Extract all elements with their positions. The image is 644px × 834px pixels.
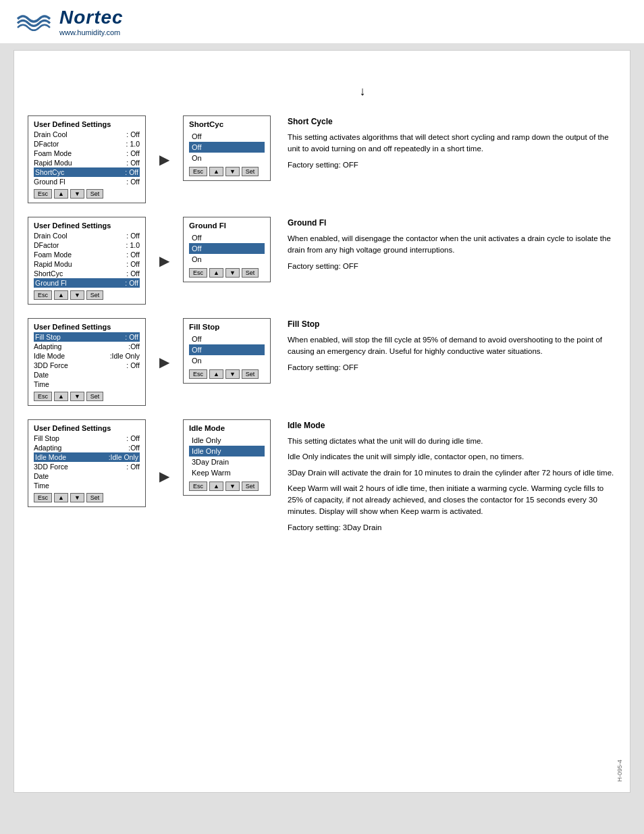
down-button[interactable]: ▼ — [225, 167, 240, 176]
description-ground-fl: Ground Fl When enabled, will disengage t… — [281, 217, 616, 272]
esc-button[interactable]: Esc — [34, 493, 52, 502]
screen-row: Drain Cool: Off — [34, 231, 140, 240]
sel-option: 3Day Drain — [189, 457, 265, 467]
esc-button[interactable]: Esc — [189, 167, 207, 176]
screen-title-3: User Defined Settings — [34, 323, 140, 331]
down-button[interactable]: ▼ — [225, 369, 240, 379]
down-button[interactable]: ▼ — [70, 493, 84, 502]
down-button[interactable]: ▼ — [70, 392, 84, 401]
esc-button[interactable]: Esc — [189, 268, 207, 278]
set-button[interactable]: Set — [242, 268, 259, 278]
screen-row: Foam Mode: Off — [34, 149, 140, 158]
logo-text: Nortec www.humidity.com — [59, 7, 124, 36]
sel-option-selected[interactable]: Off — [189, 142, 265, 153]
logo-brand-name: Nortec — [59, 7, 124, 28]
device-screen-short-cycle: User Defined Settings Drain Cool: Off DF… — [28, 115, 146, 203]
main-content: ↓ User Defined Settings Drain Cool: Off … — [14, 50, 630, 793]
selection-box-short-cycle: ShortCyc Off Off On Esc ▲ ▼ Set — [183, 115, 271, 181]
screen-buttons: Esc ▲ ▼ Set — [34, 493, 140, 502]
sel-option-selected[interactable]: Off — [189, 243, 265, 254]
set-button[interactable]: Set — [242, 481, 259, 491]
screen-row: Adapting:Off — [34, 443, 140, 452]
section-short-cycle: User Defined Settings Drain Cool: Off DF… — [28, 115, 616, 203]
set-button[interactable]: Set — [86, 290, 104, 300]
up-button[interactable]: ▲ — [209, 268, 223, 278]
desc-text: When enabled, will disengage the contact… — [288, 233, 616, 257]
up-button[interactable]: ▲ — [209, 481, 223, 491]
selection-box-ground-fl: Ground Fl Off Off On Esc ▲ ▼ Set — [183, 217, 271, 282]
esc-button[interactable]: Esc — [34, 290, 52, 300]
esc-button[interactable]: Esc — [189, 481, 207, 491]
screen-row: Time — [34, 380, 140, 389]
down-button[interactable]: ▼ — [70, 290, 84, 300]
factory-setting: Factory setting: 3Day Drain — [288, 522, 616, 533]
set-button[interactable]: Set — [86, 392, 104, 401]
desc-text: Idle Only indicates the unit will simply… — [288, 451, 616, 463]
content-area: ↓ User Defined Settings Drain Cool: Off … — [28, 64, 616, 533]
sel-title-1: ShortCyc — [189, 120, 265, 128]
sel-option: On — [189, 355, 265, 366]
screen-row: Idle Mode:Idle Only — [34, 351, 140, 361]
factory-setting: Factory setting: OFF — [288, 362, 616, 373]
up-button[interactable]: ▲ — [54, 189, 68, 199]
sel-title-2: Ground Fl — [189, 221, 265, 230]
sel-option-selected[interactable]: Idle Only — [189, 446, 265, 457]
desc-title-2: Ground Fl — [288, 217, 616, 229]
screen-row: 3DD Force: Off — [34, 361, 140, 370]
desc-title-4: Idle Mode — [288, 419, 616, 432]
screen-row: Date — [34, 370, 140, 380]
esc-button[interactable]: Esc — [189, 369, 207, 379]
screen-row: Fill Stop: Off — [34, 434, 140, 443]
down-button[interactable]: ▼ — [225, 268, 240, 278]
up-button[interactable]: ▲ — [54, 392, 68, 401]
set-button[interactable]: Set — [242, 167, 259, 176]
set-button[interactable]: Set — [86, 493, 104, 502]
set-button[interactable]: Set — [86, 189, 104, 199]
sel-buttons: Esc ▲ ▼ Set — [189, 167, 265, 176]
screen-row: Adapting:Off — [34, 342, 140, 351]
screen-title-1: User Defined Settings — [34, 120, 140, 128]
section-fill-stop: User Defined Settings Fill Stop: Off Ada… — [28, 318, 616, 406]
section-ground-fl: User Defined Settings Drain Cool: Off DF… — [28, 217, 616, 305]
screen-buttons: Esc ▲ ▼ Set — [34, 189, 140, 199]
up-button[interactable]: ▲ — [209, 369, 223, 379]
screen-row-highlighted: Ground Fl: Off — [34, 278, 140, 288]
logo-url: www.humidity.com — [59, 28, 124, 36]
device-screen-idle-mode: User Defined Settings Fill Stop: Off Ada… — [28, 419, 146, 507]
screen-row: ShortCyc: Off — [34, 269, 140, 278]
set-button[interactable]: Set — [242, 369, 259, 379]
esc-button[interactable]: Esc — [34, 392, 52, 401]
screen-row: Ground Fl: Off — [34, 177, 140, 186]
description-fill-stop: Fill Stop When enabled, will stop the fi… — [281, 318, 616, 373]
sel-option: Keep Warm — [189, 467, 265, 478]
arrow-right-4: ▶ — [159, 468, 169, 484]
up-button[interactable]: ▲ — [209, 167, 223, 176]
up-button[interactable]: ▲ — [54, 290, 68, 300]
down-button[interactable]: ▼ — [70, 189, 84, 199]
device-screen-ground-fl: User Defined Settings Drain Cool: Off DF… — [28, 217, 146, 305]
screen-row: Rapid Modu: Off — [34, 259, 140, 269]
factory-setting: Factory setting: OFF — [288, 159, 616, 171]
factory-setting: Factory setting: OFF — [288, 261, 616, 272]
screen-row-highlighted: Fill Stop: Off — [34, 332, 140, 342]
screen-row: Date — [34, 471, 140, 481]
screen-buttons: Esc ▲ ▼ Set — [34, 392, 140, 401]
device-screen-fill-stop: User Defined Settings Fill Stop: Off Ada… — [28, 318, 146, 406]
sel-option-selected[interactable]: Off — [189, 344, 265, 355]
screen-row: Drain Cool: Off — [34, 130, 140, 139]
selection-box-idle-mode: Idle Mode Idle Only Idle Only 3Day Drain… — [183, 419, 271, 496]
arrow-down-indicator: ↓ — [109, 84, 616, 99]
arrow-right-3: ▶ — [159, 354, 169, 370]
sel-buttons: Esc ▲ ▼ Set — [189, 369, 265, 379]
selection-box-fill-stop: Fill Stop Off Off On Esc ▲ ▼ Set — [183, 318, 271, 384]
screen-row: DFactor: 1.0 — [34, 139, 140, 149]
down-button[interactable]: ▼ — [225, 481, 240, 491]
sel-option: On — [189, 254, 265, 265]
screen-row: Time — [34, 481, 140, 490]
esc-button[interactable]: Esc — [34, 189, 52, 199]
desc-text: 3Day Drain will activate the drain for 1… — [288, 467, 616, 479]
sel-buttons: Esc ▲ ▼ Set — [189, 481, 265, 491]
up-button[interactable]: ▲ — [54, 493, 68, 502]
sel-option: Off — [189, 334, 265, 344]
screen-row-highlighted: Idle Mode:Idle Only — [34, 452, 140, 462]
